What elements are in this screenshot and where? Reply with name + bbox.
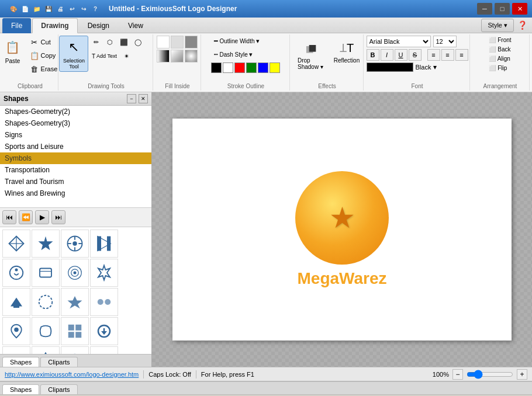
open-icon[interactable]: 📁 <box>32 4 42 14</box>
shape-18[interactable] <box>32 346 60 354</box>
draw-tool-1[interactable]: ✏ <box>89 36 102 48</box>
zoom-in-button[interactable]: + <box>517 369 527 380</box>
stroke-color-blue[interactable] <box>258 62 268 73</box>
category-wines[interactable]: Wines and Brewing <box>0 187 151 199</box>
category-geometry2[interactable]: Shapes-Geometry(2) <box>0 106 151 117</box>
dash-style-dropdown[interactable]: ┅ Dash Style ▾ <box>211 49 255 60</box>
shape-2[interactable] <box>32 230 60 258</box>
minimize-button[interactable]: ─ <box>477 3 492 15</box>
tab-design[interactable]: Design <box>79 18 118 33</box>
category-signs[interactable]: Signs <box>0 129 151 141</box>
category-geometry3[interactable]: Shapes-Geometry(3) <box>0 117 151 129</box>
draw-tool-3[interactable]: ⬛ <box>118 36 130 48</box>
sidebar-controls[interactable]: − ✕ <box>127 94 148 103</box>
paste-button[interactable]: 📋 Paste <box>0 36 26 67</box>
shape-17[interactable] <box>2 346 30 354</box>
help-icon2[interactable]: ? <box>90 4 101 14</box>
bring-front-button[interactable]: ⬜ Front <box>486 36 514 44</box>
erase-button[interactable]: 🗑 Erase <box>27 62 61 75</box>
status-link[interactable]: http://www.eximioussoft.com/logo-designe… <box>5 371 139 378</box>
shape-12[interactable] <box>90 288 118 316</box>
align-left-button[interactable]: ≡ <box>427 49 440 61</box>
draw-tool-4[interactable]: ◯ <box>132 36 144 48</box>
category-symbols[interactable]: Symbols <box>0 152 151 164</box>
tab-drawing[interactable]: Drawing <box>32 18 77 33</box>
zoom-slider[interactable] <box>467 372 513 377</box>
redo-icon[interactable]: ↪ <box>78 4 89 14</box>
sidebar-close-btn[interactable]: ✕ <box>139 94 148 103</box>
align-right-button[interactable]: ≡ <box>455 49 468 61</box>
category-transportation[interactable]: Transportation <box>0 164 151 176</box>
fill-swatch-3[interactable] <box>185 36 198 48</box>
shape-4[interactable] <box>90 230 118 258</box>
save-icon[interactable]: 💾 <box>43 4 54 14</box>
font-color-arrow[interactable]: ▾ <box>433 63 437 71</box>
outline-width-dropdown[interactable]: ━ Outline Width ▾ <box>211 36 262 47</box>
shape-11[interactable] <box>61 288 89 316</box>
font-name-select[interactable]: Arial Black <box>367 36 431 47</box>
shape-9[interactable] <box>2 288 30 316</box>
taskbar-shapes-tab[interactable]: Shapes <box>2 384 39 394</box>
shape-19[interactable] <box>61 346 89 354</box>
category-travel[interactable]: Travel and Tourism <box>0 176 151 187</box>
font-color-swatch[interactable] <box>367 62 413 72</box>
close-button[interactable]: ✕ <box>512 3 527 15</box>
flip-button[interactable]: ⬜ Flip <box>486 64 514 72</box>
tab-file[interactable]: File <box>2 18 31 33</box>
tab-view[interactable]: View <box>119 18 152 33</box>
shape-3[interactable] <box>61 230 89 258</box>
shape-8[interactable] <box>90 259 118 287</box>
reflection-button[interactable]: T T Reflection <box>334 36 360 67</box>
stroke-color-white[interactable] <box>223 62 233 73</box>
fill-swatch-2[interactable] <box>171 36 184 48</box>
shape-20[interactable] <box>90 346 118 354</box>
selection-tool-button[interactable]: ↖ Selection Tool <box>59 36 88 72</box>
print-icon[interactable]: 🖨 <box>55 4 65 14</box>
maximize-button[interactable]: □ <box>495 3 510 15</box>
fill-swatch-1[interactable] <box>157 36 170 48</box>
send-back-button[interactable]: ⬜ Back <box>486 45 514 54</box>
sidebar-collapse-btn[interactable]: − <box>127 94 136 103</box>
shape-14[interactable] <box>32 317 60 345</box>
style-button[interactable]: Style ▾ <box>481 19 514 32</box>
font-size-select[interactable]: 12 <box>433 36 457 47</box>
new-icon[interactable]: 📄 <box>20 4 30 14</box>
shape-16[interactable] <box>90 317 118 345</box>
underline-button[interactable]: U <box>395 49 407 61</box>
shape-15[interactable] <box>61 317 89 345</box>
window-controls[interactable]: ─ □ ✕ <box>477 3 527 15</box>
add-text-button[interactable]: T Add Text <box>89 50 119 62</box>
shapes-tab[interactable]: Shapes <box>2 357 39 367</box>
fill-swatch-5[interactable] <box>171 50 184 62</box>
draw-tool-5[interactable]: ✴ <box>120 50 133 62</box>
nav-prev-button[interactable]: ⏪ <box>19 210 33 224</box>
bold-button[interactable]: B <box>367 49 379 61</box>
cut-button[interactable]: ✂ Cut <box>27 36 61 48</box>
fill-swatch-4[interactable] <box>157 50 170 62</box>
zoom-out-button[interactable]: − <box>452 369 463 380</box>
stroke-color-red[interactable] <box>234 62 245 73</box>
draw-tool-2[interactable]: ⬡ <box>103 36 116 48</box>
shape-1[interactable] <box>2 230 30 258</box>
cliparts-tab[interactable]: Cliparts <box>40 357 77 367</box>
stroke-color-black[interactable] <box>211 62 222 73</box>
shape-6[interactable] <box>32 259 60 287</box>
strikethrough-button[interactable]: S <box>409 49 422 61</box>
undo-icon[interactable]: ↩ <box>67 4 77 14</box>
quick-access-toolbar[interactable]: 🎨 📄 📁 💾 🖨 ↩ ↪ ? <box>8 4 101 14</box>
taskbar-cliparts-tab[interactable]: Cliparts <box>40 384 77 394</box>
align-button[interactable]: ⬜ Align <box>486 54 514 63</box>
drop-shadow-button[interactable]: ■ ■ Drop Shadow ▾ <box>295 36 330 73</box>
shape-13[interactable] <box>2 317 30 345</box>
shape-7[interactable] <box>61 259 89 287</box>
shape-5[interactable] <box>2 259 30 287</box>
italic-button[interactable]: I <box>381 49 393 61</box>
canvas[interactable]: ★ MegaWarez <box>172 119 512 341</box>
nav-first-button[interactable]: ⏮ <box>2 210 16 224</box>
nav-last-button[interactable]: ⏭ <box>51 210 65 224</box>
nav-play-button[interactable]: ▶ <box>35 210 49 224</box>
copy-button[interactable]: 📋 Copy <box>27 49 61 62</box>
stroke-color-yellow[interactable] <box>270 62 280 73</box>
align-center-button[interactable]: ≡ <box>441 49 454 61</box>
fill-swatch-6[interactable] <box>185 50 198 62</box>
